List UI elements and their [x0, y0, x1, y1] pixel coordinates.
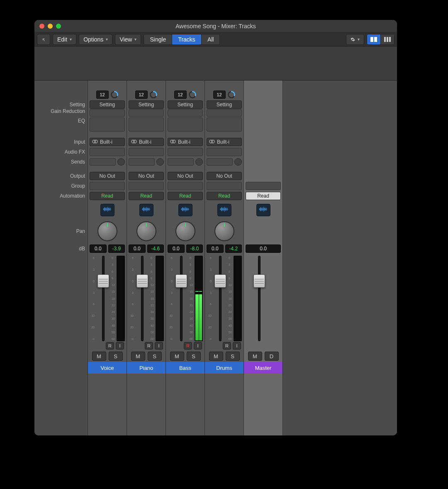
input-slot[interactable]: Built-i: [129, 138, 164, 146]
group-slot[interactable]: [129, 182, 164, 190]
fader-db-value[interactable]: 0.0: [90, 244, 107, 253]
input-gain-knob[interactable]: [110, 90, 119, 99]
volume-fader[interactable]: [180, 256, 183, 341]
input-monitor-button[interactable]: I: [233, 342, 241, 350]
input-gain-knob[interactable]: [149, 90, 158, 99]
volume-fader[interactable]: [219, 256, 222, 341]
setting-slot[interactable]: Setting: [90, 100, 125, 109]
track-type-icon[interactable]: [217, 204, 231, 216]
solo-button[interactable]: S: [226, 352, 240, 361]
eq-thumbnail[interactable]: [207, 117, 242, 132]
audio-fx-slot[interactable]: [129, 148, 164, 156]
midi-channel-value[interactable]: 12: [96, 90, 109, 99]
track-type-icon[interactable]: [100, 204, 114, 216]
input-slot[interactable]: Built-i: [168, 138, 203, 146]
setting-slot[interactable]: Setting: [129, 100, 164, 109]
midi-channel-value[interactable]: 12: [135, 90, 148, 99]
audio-fx-slot[interactable]: [207, 148, 242, 156]
input-slot[interactable]: Built-i: [207, 138, 242, 146]
narrow-layout-button[interactable]: [381, 34, 394, 44]
record-enable-button[interactable]: R: [145, 342, 153, 350]
input-slot[interactable]: Built-i: [90, 138, 125, 146]
automation-mode[interactable]: Read: [207, 192, 242, 200]
peak-db-value[interactable]: -8.0: [186, 244, 203, 253]
input-gain-knob[interactable]: [227, 90, 236, 99]
eq-thumbnail[interactable]: [129, 117, 164, 132]
automation-mode[interactable]: Read: [246, 192, 281, 200]
fader-db-value[interactable]: 0.0: [207, 244, 224, 253]
track-type-icon[interactable]: [178, 204, 192, 216]
pan-knob[interactable]: [97, 221, 117, 241]
send-slot[interactable]: [168, 158, 194, 166]
input-monitor-button[interactable]: I: [155, 342, 163, 350]
send-level-knob[interactable]: [117, 158, 125, 166]
volume-fader[interactable]: [102, 256, 105, 341]
peak-db-value[interactable]: -4.2: [225, 244, 242, 253]
dim-button[interactable]: D: [265, 352, 279, 361]
eq-thumbnail[interactable]: [90, 117, 125, 132]
mute-button[interactable]: M: [131, 352, 145, 361]
track-name-label[interactable]: Piano: [127, 362, 166, 374]
input-gain-knob[interactable]: [188, 90, 197, 99]
volume-fader[interactable]: [258, 256, 261, 341]
view-mode-tracks[interactable]: Tracks: [172, 34, 201, 44]
settings-menu[interactable]: ▾: [346, 34, 364, 45]
output-slot[interactable]: No Out: [168, 172, 203, 180]
view-menu[interactable]: View▾: [115, 34, 141, 45]
link-button[interactable]: [37, 34, 50, 45]
output-slot[interactable]: No Out: [207, 172, 242, 180]
midi-channel-value[interactable]: 12: [213, 90, 226, 99]
track-type-icon[interactable]: [256, 204, 270, 216]
track-name-label[interactable]: Master: [244, 362, 282, 374]
fader-handle[interactable]: [175, 274, 187, 288]
send-slot[interactable]: [129, 158, 155, 166]
group-slot[interactable]: [90, 182, 125, 190]
output-slot[interactable]: No Out: [90, 172, 125, 180]
record-enable-button[interactable]: R: [106, 342, 114, 350]
input-monitor-button[interactable]: I: [116, 342, 124, 350]
fader-handle[interactable]: [136, 274, 148, 288]
volume-fader[interactable]: [141, 256, 144, 341]
send-level-knob[interactable]: [234, 158, 242, 166]
automation-mode[interactable]: Read: [129, 192, 164, 200]
fader-handle[interactable]: [214, 274, 226, 288]
track-type-icon[interactable]: [139, 204, 153, 216]
fader-db-value[interactable]: 0.0: [168, 244, 185, 253]
fader-db-value[interactable]: 0.0: [246, 244, 281, 253]
solo-button[interactable]: S: [187, 352, 201, 361]
fader-db-value[interactable]: 0.0: [129, 244, 146, 253]
mute-button[interactable]: M: [248, 352, 262, 361]
input-monitor-button[interactable]: I: [194, 342, 202, 350]
audio-fx-slot[interactable]: [168, 148, 203, 156]
midi-channel-value[interactable]: 12: [174, 90, 187, 99]
send-slot[interactable]: [207, 158, 233, 166]
eq-thumbnail[interactable]: [168, 117, 203, 132]
track-name-label[interactable]: Bass: [166, 362, 205, 374]
track-name-label[interactable]: Drums: [205, 362, 243, 374]
mute-button[interactable]: M: [92, 352, 106, 361]
solo-button[interactable]: S: [148, 352, 162, 361]
send-level-knob[interactable]: [156, 158, 164, 166]
pan-knob[interactable]: [175, 221, 195, 241]
peak-db-value[interactable]: -4.6: [147, 244, 164, 253]
send-slot[interactable]: [90, 158, 116, 166]
audio-fx-slot[interactable]: [90, 148, 125, 156]
solo-button[interactable]: S: [109, 352, 123, 361]
view-mode-single[interactable]: Single: [144, 34, 172, 44]
record-enable-button[interactable]: R: [184, 342, 192, 350]
fader-handle[interactable]: [97, 274, 109, 288]
record-enable-button[interactable]: R: [223, 342, 231, 350]
mute-button[interactable]: M: [209, 352, 223, 361]
wide-layout-button[interactable]: [367, 34, 381, 44]
peak-db-value[interactable]: -3.9: [108, 244, 125, 253]
setting-slot[interactable]: Setting: [168, 100, 203, 109]
send-level-knob[interactable]: [195, 158, 203, 166]
automation-mode[interactable]: Read: [90, 192, 125, 200]
edit-menu[interactable]: Edit▾: [53, 34, 76, 45]
group-slot[interactable]: [246, 182, 281, 190]
options-menu[interactable]: Options▾: [79, 34, 112, 45]
fader-handle[interactable]: [253, 274, 265, 288]
group-slot[interactable]: [168, 182, 203, 190]
pan-knob[interactable]: [214, 221, 234, 241]
output-slot[interactable]: No Out: [129, 172, 164, 180]
